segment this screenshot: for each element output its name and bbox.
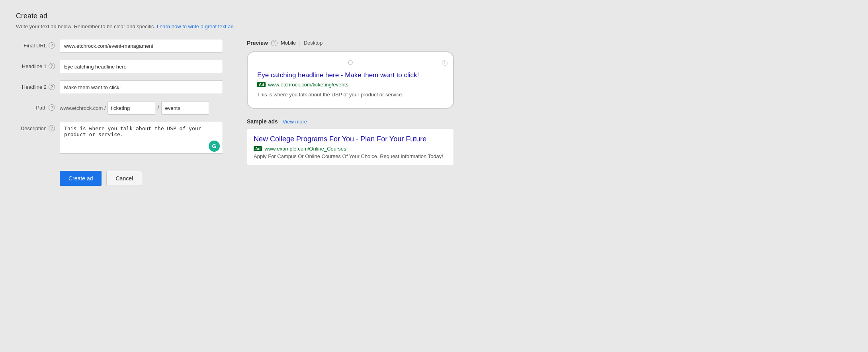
sample-ad-badge: Ad	[254, 146, 262, 151]
description-help-icon[interactable]: ?	[49, 125, 55, 131]
final-url-label: Final URL ?	[16, 39, 60, 49]
ad-badge: Ad	[257, 82, 266, 87]
headline2-help-icon[interactable]: ?	[49, 84, 55, 90]
view-more-link[interactable]: View more	[283, 119, 307, 125]
sample-ad-url: www.example.com/Online_Courses	[264, 146, 346, 152]
path-row: Path ? www.etchrock.com / /	[16, 101, 223, 115]
button-row: Create ad Cancel	[16, 171, 223, 186]
tab-desktop[interactable]: Desktop	[304, 39, 323, 47]
path-inputs: www.etchrock.com / /	[60, 101, 223, 115]
path-separator: /	[157, 105, 160, 111]
cancel-button[interactable]: Cancel	[106, 171, 142, 186]
ad-preview-description: This is where you talk about the USP of …	[257, 91, 444, 99]
path-base-text: www.etchrock.com /	[60, 105, 106, 111]
grammarly-icon[interactable]: G	[209, 141, 220, 152]
mobile-notch	[348, 60, 353, 65]
path2-input[interactable]	[161, 101, 209, 115]
sample-ads-header: Sample ads View more	[247, 118, 852, 125]
ad-preview-url: www.etchrock.com/ticketing/events	[268, 82, 348, 88]
path-help-icon[interactable]: ?	[49, 104, 55, 111]
path1-input[interactable]	[108, 101, 155, 115]
tab-mobile[interactable]: Mobile	[281, 39, 296, 47]
preview-help-icon[interactable]: ?	[271, 40, 278, 46]
sample-ad-url-line: Ad www.example.com/Online_Courses	[254, 146, 447, 152]
headline1-label: Headline 1 ?	[16, 60, 60, 69]
description-wrapper: G	[60, 122, 223, 155]
headline1-help-icon[interactable]: ?	[49, 63, 55, 69]
preview-info-icon: i	[442, 60, 448, 66]
page-title: Create ad	[16, 12, 852, 20]
path-label: Path ?	[16, 101, 60, 111]
ad-url-line: Ad www.etchrock.com/ticketing/events	[257, 82, 444, 88]
sample-ad-description: Apply For Campus Or Online Courses Of Yo…	[254, 153, 447, 159]
create-ad-button[interactable]: Create ad	[60, 171, 102, 186]
description-input[interactable]	[60, 122, 223, 154]
final-url-row: Final URL ?	[16, 39, 223, 53]
sample-ad-headline: New College Programs For You - Plan For …	[254, 135, 447, 144]
mobile-preview-frame: i Eye catching headline here - Make them…	[247, 51, 454, 109]
headline1-input[interactable]	[60, 60, 223, 73]
headline1-row: Headline 1 ?	[16, 60, 223, 73]
preview-section: Preview ? Mobile | Desktop i Eye catchin…	[247, 39, 852, 165]
learn-more-link[interactable]: Learn how to write a great text ad	[157, 23, 234, 29]
headline2-input[interactable]	[60, 80, 223, 94]
headline2-row: Headline 2 ?	[16, 80, 223, 94]
ad-form: Final URL ? Headline 1 ? Headline 2 ? Pa…	[16, 39, 223, 186]
page-subtitle: Write your text ad below. Remember to be…	[16, 23, 852, 29]
preview-header: Preview ? Mobile | Desktop	[247, 39, 852, 47]
tab-separator: |	[299, 40, 300, 46]
sample-ad-box: New College Programs For You - Plan For …	[247, 129, 454, 165]
headline2-label: Headline 2 ?	[16, 80, 60, 90]
description-label: Description ?	[16, 122, 60, 131]
ad-preview-headline: Eye catching headline here - Make them w…	[257, 70, 444, 80]
description-row: Description ? G	[16, 122, 223, 155]
final-url-input[interactable]	[60, 39, 223, 53]
preview-title: Preview	[247, 40, 268, 46]
final-url-help-icon[interactable]: ?	[49, 42, 55, 49]
sample-ads-title: Sample ads	[247, 118, 278, 125]
